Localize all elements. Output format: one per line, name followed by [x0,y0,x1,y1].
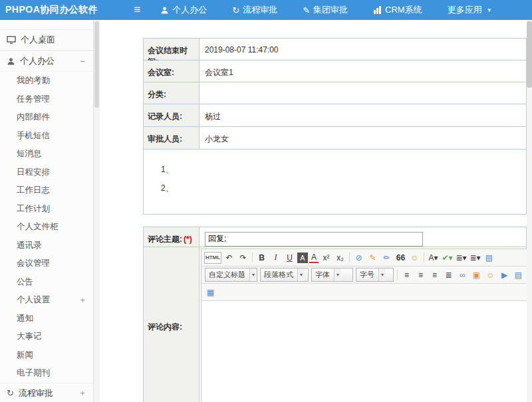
expand-icon[interactable]: + [80,388,85,398]
sidebar-item-e-journal[interactable]: 电子期刊 [0,364,93,383]
sidebar-item-desktop[interactable]: 个人桌面 [0,29,93,50]
chevron-down-icon: ▾ [249,268,257,281]
sidebar-item-schedule[interactable]: 日程安排 [0,163,93,182]
sidebar-item-events[interactable]: 大事记 [0,328,93,346]
table-row: 评论内容: HTML ↶ ↷ B I U A A x² [144,247,526,402]
expand-icon[interactable]: + [80,295,85,305]
toolbar-separator [397,270,398,280]
paragraph-format-select[interactable]: 段落格式 ▾ [260,268,309,282]
bullet-list-icon[interactable]: ≣▾ [455,251,467,264]
sidebar-item-label: 个人文件柜 [17,221,59,233]
number-list-icon[interactable]: ≣▾ [469,251,481,264]
hamburger-menu-icon[interactable]: ≡ [134,3,140,17]
sidebar-item-short-message[interactable]: 短消息 [0,145,93,163]
undo-icon[interactable]: ↶ [223,251,235,264]
highlight-icon[interactable]: A [297,252,308,263]
sidebar-item-announcements[interactable]: 公告 [0,273,93,292]
sidebar-item-label: 个人办公 [20,55,55,67]
table-row: 分类: [144,82,526,104]
sidebar-item-label: 手机短信 [17,130,50,142]
superscript-icon[interactable]: x² [320,251,332,264]
align-center-icon[interactable]: ≡ [414,268,427,281]
template-icon[interactable]: ▤ [483,251,495,264]
nav-crm-system[interactable]: CRM系统 [373,4,422,16]
sidebar-item-file-cabinet[interactable]: 个人文件柜 [0,218,93,237]
nav-label: CRM系统 [385,4,422,16]
sidebar-item-work-log[interactable]: 工作日志 [0,181,93,200]
redo-icon[interactable]: ↷ [237,251,249,264]
sidebar-item-attendance[interactable]: 我的考勤 [0,72,93,90]
collapse-icon[interactable]: − [80,56,85,66]
nav-group-approval[interactable]: ✎ 集团审批 [303,4,348,16]
sidebar-item-label: 工作计划 [17,203,50,215]
bold-icon[interactable]: B [255,251,268,264]
vertical-scrollbar[interactable] [527,20,532,402]
vertical-scrollbar-thumb[interactable] [527,21,532,88]
sidebar-item-notifications[interactable]: 通知 [0,310,93,328]
style-select[interactable]: 自定义标题 ▾ [205,268,257,282]
sidebar-item-sms[interactable]: 手机短信 [0,127,93,146]
sidebar-item-work-plan[interactable]: 工作计划 [0,200,93,219]
emotion-icon[interactable]: ☺ [484,268,497,281]
sidebar-item-label: 我的考勤 [17,75,50,86]
sidebar-item-label: 日程安排 [17,167,50,178]
field-value [200,82,526,104]
nav-personal-office[interactable]: 个人办公 [160,4,207,16]
sidebar-item-personal-settings[interactable]: 个人设置 + [0,291,93,310]
comment-subject-input[interactable] [205,232,423,247]
field-label: 审批人员: [144,127,200,149]
link-icon[interactable]: ∞ [456,268,469,281]
sidebar-item-label: 短消息 [17,148,42,159]
sidebar-item-label: 流程审批 [19,387,53,399]
underline-icon[interactable]: U [283,251,296,264]
editor-content-area[interactable] [201,301,527,402]
sidebar-item-label: 电子期刊 [17,367,50,379]
sidebar-item-news[interactable]: 新闻 [0,346,93,365]
sidebar-scrollbar[interactable] [94,20,100,402]
chevron-down-icon: ▾ [297,268,305,281]
field-label: 分类: [144,82,200,104]
nav-workflow-approval[interactable]: ↻ 流程审批 [232,4,277,16]
sidebar-group-personal-office[interactable]: 个人办公 − [0,50,93,72]
field-value: 2019-08-07 11:47:00 [200,39,526,60]
italic-icon[interactable]: I [269,251,282,264]
comment-subject-label: 评论主题:(*) [144,227,200,247]
attachment-icon[interactable]: ▤ [512,268,525,281]
sidebar-item-label: 通知 [17,313,33,324]
sidebar-group-workflow[interactable]: ↻ 流程审批 + [0,383,93,402]
nav-more-apps[interactable]: 更多应用 ▼ [448,4,492,16]
field-value: 小龙女 [200,127,526,149]
align-left-icon[interactable]: ≡ [400,268,413,281]
minutes-line: 1、 [161,160,526,179]
chevron-down-icon: ▾ [334,268,341,281]
edit-pen-icon[interactable]: ✏ [380,251,393,264]
sidebar-item-tasks[interactable]: 任务管理 [0,90,93,109]
sidebar-item-label: 新闻 [17,350,33,361]
sidebar-item-meetings[interactable]: 会议管理 [0,254,93,273]
align-right-icon[interactable]: ≡ [428,268,441,281]
sidebar-item-contacts[interactable]: 通讯录 [0,237,93,255]
image-icon[interactable]: ▣ [470,268,483,281]
video-icon[interactable]: ▶ [498,268,511,281]
sidebar-item-label: 会议管理 [17,258,50,269]
subscript-icon[interactable]: x₂ [334,251,346,264]
table-row: 审批人员: 小龙女 [144,127,526,150]
align-justify-icon[interactable]: ≣ [442,268,455,281]
html-source-button[interactable]: HTML [204,252,221,264]
sidebar-item-label: 个人桌面 [21,34,55,46]
spellcheck-icon[interactable]: ✔▾ [441,251,454,264]
table-row: 记录人员: 杨过 [144,104,526,127]
editor-toolbar-row1: HTML ↶ ↷ B I U A A x² x₂ ⊘ ✎ ✏ [201,249,527,266]
blockquote-icon[interactable]: 66 [394,251,407,264]
emoticon-icon[interactable]: ☺ [408,251,421,264]
font-size-select[interactable]: 字号 ▾ [356,268,394,282]
eraser-icon[interactable]: ⊘ [352,251,365,264]
format-brush-icon[interactable]: ✎ [366,251,379,264]
font-color-icon[interactable]: A [309,252,319,263]
minutes-line: 2、 [161,179,526,197]
sidebar-scrollbar-thumb[interactable] [94,21,99,108]
font-family-select[interactable]: 字体 ▾ [311,268,353,282]
color-picker-icon[interactable]: A▾ [427,251,440,264]
sidebar-item-internal-mail[interactable]: 内部邮件 [0,108,93,127]
insert-table-icon[interactable]: ▦ [204,286,217,298]
